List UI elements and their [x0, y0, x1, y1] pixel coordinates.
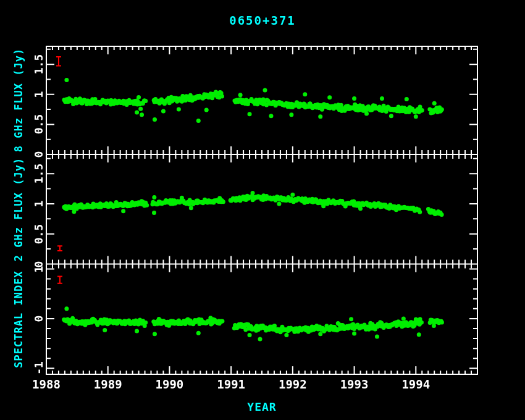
light-curve-figure: 0650+371 8 GHz FLUX (Jy) 2 GHz FLUX (Jy)… [0, 0, 525, 420]
y-axis-label-8ghz-flux: 8 GHz FLUX (Jy) [12, 48, 25, 153]
x-axis-label-year: YEAR [247, 400, 276, 413]
y-axis-label-2ghz-flux: 2 GHz FLUX (Jy) [12, 158, 25, 262]
x-tick-label: 1994 [401, 377, 430, 391]
y-axis-label-spectral-index: SPECTRAL INDEX [12, 271, 25, 368]
y-tick-label: 1 [32, 201, 45, 208]
y-tick-label: 1 [32, 91, 45, 98]
plot-canvas [0, 0, 525, 420]
x-tick-label: 1993 [340, 377, 369, 391]
x-tick-label: 1989 [94, 377, 122, 391]
y-tick-label: 0 [32, 316, 45, 322]
y-tick-label: 1.5 [32, 164, 45, 184]
y-tick-label: 1 [32, 266, 45, 272]
y-tick-label: 0.5 [32, 224, 45, 244]
x-tick-label: 1992 [279, 377, 307, 391]
plot-title: 0650+371 [229, 14, 296, 27]
y-tick-label: 0.5 [32, 114, 45, 135]
x-tick-label: 1988 [32, 377, 61, 391]
x-tick-label: 1990 [156, 377, 184, 391]
y-tick-label: 0 [32, 151, 45, 158]
y-tick-label: 1.5 [32, 54, 45, 75]
y-tick-label: -1 [32, 362, 45, 376]
x-tick-label: 1991 [217, 377, 245, 391]
